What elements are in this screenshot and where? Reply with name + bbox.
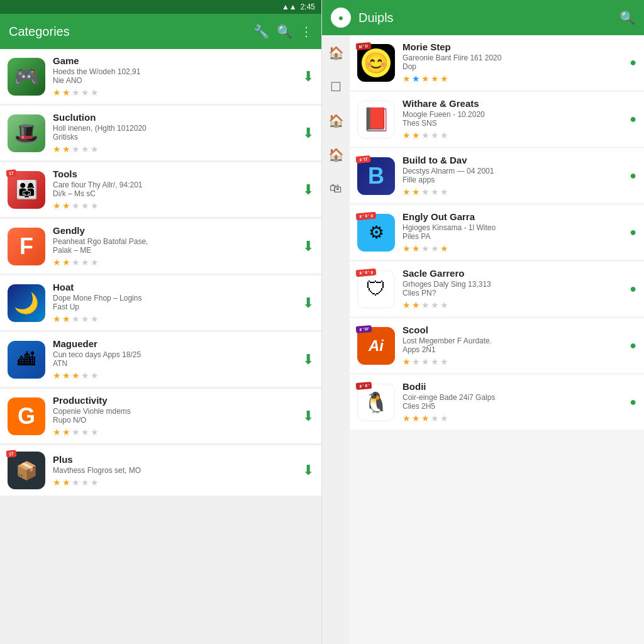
list-item[interactable]: 🌙 Hoat Dope Mone Fhop – Logins Fast Up ★… xyxy=(0,275,321,330)
app-icon-wrapper-productivity: G xyxy=(8,397,45,435)
more-icon[interactable]: ⋮ xyxy=(300,24,313,39)
app-desc: Copenie Viohle mdems xyxy=(53,407,295,416)
app-desc: Decstys Alnarm — 04 2001 xyxy=(402,167,622,175)
book-icon: 📕 xyxy=(362,106,391,133)
app-icon-wrapper-engly: ន'ន'ន ⚙ xyxy=(357,214,395,252)
sidebar-nav: 🏠 ☐ 🏠 🏠 🛍 xyxy=(322,35,350,644)
star-rating: ★ ★ ★ ★ ★ xyxy=(53,201,295,211)
download-button[interactable]: ⬇ xyxy=(303,238,314,255)
app-name: Hoat xyxy=(53,282,295,292)
star-rating: ★ ★ ★ ★ ★ xyxy=(53,87,295,97)
right-panel: ● Duipls 🔍 🏠 ☐ 🏠 🏠 🛍 ស'ប 😊 xyxy=(322,0,644,644)
right-content: 🏠 ☐ 🏠 🏠 🛍 ស'ប 😊 Morie Step Gareonie Bant… xyxy=(322,35,644,644)
download-button[interactable]: ⬇ xyxy=(303,182,314,198)
list-item[interactable]: 🏙 Magueder Cun teco days Apps 18/25 ATN … xyxy=(0,332,321,387)
badge-bodii: ន'ន' xyxy=(356,381,372,389)
app-sub: Fast Up xyxy=(53,303,295,311)
download-button[interactable]: ⬇ xyxy=(303,125,314,142)
left-header: Categories 🔧 🔍 ⋮ xyxy=(0,14,321,49)
list-item[interactable]: ន'ន'ន ⚙ Engly Out Garra Hgioges Kinsama … xyxy=(350,205,644,260)
app-icon-productivity: G xyxy=(8,397,45,435)
download-button[interactable]: ● xyxy=(630,113,636,126)
download-button[interactable]: ⬇ xyxy=(303,462,314,479)
download-button[interactable]: ⬇ xyxy=(303,69,314,85)
badge-morie: ស'ប xyxy=(356,42,372,50)
app-icon-wrapper-game: 🎮 xyxy=(8,58,45,96)
download-button[interactable]: ● xyxy=(630,339,636,352)
download-button[interactable]: ⬇ xyxy=(303,352,314,368)
badge-engly: ន'ន'ន xyxy=(356,211,377,220)
download-button[interactable]: ⬇ xyxy=(303,295,314,311)
app-icon-gendly: F xyxy=(8,228,45,265)
download-button[interactable]: ● xyxy=(630,56,636,69)
list-item[interactable]: ន'ន' 🐧 Bodii Coir-einge Bade 24i7 Galps … xyxy=(350,375,644,430)
app-info-bodii: Bodii Coir-einge Bade 24i7 Galps Clies 2… xyxy=(402,381,622,423)
badge-plus: 17 xyxy=(6,450,17,457)
app-name: Scool xyxy=(402,325,622,335)
star-rating: ★ ★ ★ ★ ★ xyxy=(402,74,622,84)
app-info-build: Build to & Dav Decstys Alnarm — 04 2001 … xyxy=(402,155,622,197)
app-name: Magueder xyxy=(53,338,295,349)
app-name: Suclution xyxy=(53,112,295,123)
download-button[interactable]: ● xyxy=(630,396,636,409)
app-desc: Coir-einge Bade 24i7 Galps xyxy=(402,393,622,402)
app-sub: Piles PA xyxy=(402,232,622,241)
star-2: ★ xyxy=(62,87,70,97)
list-item[interactable]: ន'IT B Build to & Dav Decstys Alnarm — 0… xyxy=(350,148,644,203)
sidebar-home-icon[interactable]: 🏠 xyxy=(328,45,344,60)
app-info-sacle: Sacle Garrero Grhoges Daly Sing 13,313 C… xyxy=(402,268,622,310)
badge-scool: ន'ល' xyxy=(356,325,372,333)
right-search-icon[interactable]: 🔍 xyxy=(619,10,635,25)
app-name: Game xyxy=(53,55,295,66)
download-button[interactable]: ● xyxy=(630,282,636,296)
download-button[interactable]: ⬇ xyxy=(303,408,314,425)
app-name: Build to & Dav xyxy=(402,155,622,165)
app-name: Sacle Garrero xyxy=(402,268,622,279)
download-button[interactable]: ● xyxy=(630,169,636,182)
list-item[interactable]: ន'ន'ន 🛡 Sacle Garrero Grhoges Daly Sing … xyxy=(350,262,644,316)
list-item[interactable]: G Productivity Copenie Viohle mdems Rupo… xyxy=(0,389,321,443)
download-button[interactable]: ● xyxy=(630,226,636,239)
app-icon-game: 🎮 xyxy=(8,58,45,96)
app-icon-magueder: 🏙 xyxy=(8,341,45,379)
list-item[interactable]: 🎩 Suclution Holl inenen, (Hglth 1012020 … xyxy=(0,106,321,160)
sidebar-lock-icon[interactable]: 🏠 xyxy=(328,147,344,162)
star-rating: ★ ★ ★ ★ ★ xyxy=(53,144,295,154)
list-item[interactable]: ស'ប 😊 Morie Step Gareonie Bant Fiire 161… xyxy=(350,35,644,90)
app-info-magueder: Magueder Cun teco days Apps 18/25 ATN ★ … xyxy=(53,338,295,380)
list-item[interactable]: 17 📦 Plus Mavthess Flogros set, MO ★ ★ ★… xyxy=(0,445,321,496)
app-sub: Apps 2Ñ1 xyxy=(402,345,622,354)
app-desc: Grhoges Daly Sing 13,313 xyxy=(402,280,622,289)
list-item[interactable]: F Gendly Peanheat Rgo Batofal Pase, Pala… xyxy=(0,219,321,274)
star-rating: ★ ★ ★ ★ ★ xyxy=(402,413,622,423)
app-desc: Cun teco days Apps 18/25 xyxy=(53,350,295,359)
badge-tools: 17 xyxy=(6,169,17,177)
app-icon-wrapper-scool: ន'ល' Ai xyxy=(357,327,395,365)
star-rating: ★ ★ ★ ★ ★ xyxy=(53,257,295,267)
list-item[interactable]: 🎮 Game Hoeds the W/odeh 102,91 Nie ANO ★… xyxy=(0,49,321,104)
app-sub: Fille apps xyxy=(402,175,622,184)
app-info-hoat: Hoat Dope Mone Fhop – Logins Fast Up ★ ★… xyxy=(53,282,295,324)
app-info-scool: Scool Lost Megember F Aurdate. Apps 2Ñ1 … xyxy=(402,325,622,367)
sidebar-bag-icon[interactable]: 🛍 xyxy=(330,181,342,196)
list-item[interactable]: 📕 Withare & Greats Moogle Fueen - 10.202… xyxy=(350,92,644,147)
app-icon-wrapper-sacle: ន'ន'ន 🛡 xyxy=(357,270,395,308)
app-name: Productivity xyxy=(53,395,295,406)
app-info-game: Game Hoeds the W/odeh 102,91 Nie ANO ★ ★… xyxy=(53,55,295,97)
app-desc: Care fiour Thy Allr/, 94:201 xyxy=(53,180,295,189)
wrench-icon[interactable]: 🔧 xyxy=(253,24,269,39)
app-desc: Dope Mone Fhop – Logins xyxy=(53,294,295,303)
time-display: 2:45 xyxy=(301,3,315,11)
sidebar-checkbox-icon[interactable]: ☐ xyxy=(330,79,341,94)
star-3: ★ xyxy=(72,87,80,97)
list-item[interactable]: 17 👨‍👩‍👧 Tools Care fiour Thy Allr/, 94:… xyxy=(0,162,321,217)
app-icon-hoat: 🌙 xyxy=(8,284,45,322)
list-item[interactable]: ន'ល' Ai Scool Lost Megember F Aurdate. A… xyxy=(350,318,644,373)
search-icon[interactable]: 🔍 xyxy=(277,24,292,39)
star-rating: ★ ★ ★ ★ ★ xyxy=(402,187,622,197)
sidebar-house-icon[interactable]: 🏠 xyxy=(328,113,344,128)
app-info-plus: Plus Mavthess Flogros set, MO ★ ★ ★ ★ ★ xyxy=(53,454,295,487)
app-name: Morie Step xyxy=(402,42,622,52)
star-rating: ★ ★ ★ ★ ★ xyxy=(53,314,295,324)
star-rating: ★ ★ ★ ★ ★ xyxy=(402,300,622,310)
